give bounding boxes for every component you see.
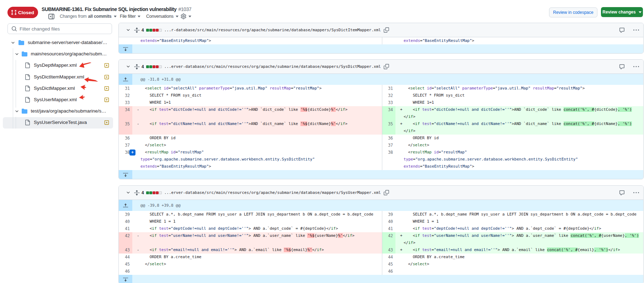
code-cell-new[interactable]: </select>	[395, 142, 643, 149]
tree-item-main-resources-org-apache-subm-[interactable]: main/resources/org/apache/subm…	[0, 48, 118, 60]
unfold-vertical-icon[interactable]	[134, 27, 140, 33]
diff-settings-button[interactable]	[181, 13, 191, 20]
changes-from-dropdown[interactable]: Changes from all commits	[60, 13, 117, 20]
line-number-old[interactable]: 40	[119, 218, 132, 225]
expand-up-button[interactable]	[119, 200, 132, 211]
line-number-new[interactable]: 34	[382, 106, 395, 113]
tree-item-sysdictitemmapper.xml[interactable]: SysDictItemMapper.xml	[0, 71, 118, 83]
copy-path-icon[interactable]	[384, 190, 389, 195]
line-number-old[interactable]: 36	[119, 135, 132, 142]
code-cell-new[interactable]: </if>	[395, 239, 643, 246]
code-cell-old[interactable]: - <if test="dictCode!=null and dictCode!…	[132, 106, 382, 113]
code-cell-old[interactable]: </select>	[132, 261, 382, 268]
code-cell-old[interactable]: <resultMap id="resultMap"	[132, 149, 382, 156]
code-cell-new[interactable]: + <if test="dictCode!=null and dictCode!…	[395, 106, 643, 113]
code-cell-old[interactable]: WHERE 1 = 1	[132, 218, 382, 225]
code-cell-old[interactable]	[132, 239, 382, 246]
line-number-old[interactable]: 43	[119, 246, 132, 254]
copy-path-icon[interactable]	[384, 64, 389, 69]
code-cell-old[interactable]: - <if test="email!=null and email!=''"> …	[132, 246, 382, 254]
code-cell-new[interactable]: </if>	[395, 127, 643, 135]
toggle-file-tree-button[interactable]	[48, 13, 54, 20]
line-number-new[interactable]: 37	[382, 142, 395, 149]
line-number-old[interactable]: 39	[119, 211, 132, 218]
unfold-vertical-icon[interactable]	[134, 64, 140, 70]
line-number-new[interactable]	[382, 37, 395, 44]
review-changes-button[interactable]: Review changes	[601, 7, 643, 17]
code-cell-old[interactable]: extends="BaseEntityResultMap">	[132, 37, 382, 44]
kebab-menu-icon[interactable]	[633, 190, 639, 196]
code-cell-new[interactable]: <select id="selectAll" parameterType="ja…	[395, 85, 643, 92]
line-number-new[interactable]: 44	[382, 254, 395, 261]
line-number-old[interactable]: 42	[119, 232, 132, 239]
code-cell-old[interactable]: type="org.apache.submarine.server.databa…	[132, 156, 382, 163]
line-number-new[interactable]: 43	[382, 246, 395, 254]
code-cell-old[interactable]: extends="BaseEntityResultMap">	[132, 163, 382, 170]
line-number-old[interactable]: 35	[119, 120, 132, 127]
line-number-new[interactable]: 35	[382, 120, 395, 127]
line-number-new[interactable]: 33	[382, 99, 395, 106]
comment-icon[interactable]	[619, 27, 625, 33]
line-number-new[interactable]: 45	[382, 261, 395, 268]
line-number-old[interactable]	[119, 113, 132, 120]
code-cell-old[interactable]	[132, 268, 382, 275]
line-number-new[interactable]: 32	[382, 92, 395, 99]
collapse-file-chevron-icon[interactable]	[126, 64, 131, 69]
line-number-old[interactable]	[119, 163, 132, 170]
filter-changed-files-input[interactable]: Filter changed files	[7, 23, 112, 34]
line-number-new[interactable]	[382, 156, 395, 163]
code-cell-new[interactable]: + <if test="dictName!=null and dictName!…	[395, 120, 643, 127]
code-cell-new[interactable]: WHERE 1=1	[395, 99, 643, 106]
code-cell-old[interactable]: WHERE 1=1	[132, 99, 382, 106]
tree-item-submarine-server-server-database-[interactable]: submarine-server/server-database/…	[0, 37, 118, 48]
line-number-new[interactable]: 40	[382, 218, 395, 225]
collapse-file-chevron-icon[interactable]	[126, 190, 131, 195]
add-comment-button[interactable]: +	[129, 149, 135, 156]
code-cell-new[interactable]: SELECT a.*, b.dept_name FROM sys_user a …	[395, 211, 643, 218]
line-number-old[interactable]: 38+	[119, 149, 132, 156]
line-number-new[interactable]: 46	[382, 268, 395, 275]
code-cell-new[interactable]: extends="BaseEntityResultMap">	[395, 163, 643, 170]
copy-path-icon[interactable]	[384, 27, 389, 33]
code-cell-new[interactable]: extends="BaseEntityResultMap">	[395, 37, 643, 44]
line-number-old[interactable]: 32	[119, 92, 132, 99]
unfold-vertical-icon[interactable]	[134, 190, 140, 196]
code-cell-new[interactable]: <resultMap id="resultMap"	[395, 149, 643, 156]
expand-down-button[interactable]	[119, 275, 132, 283]
line-number-old[interactable]: 34	[119, 106, 132, 113]
code-cell-new[interactable]: <if test="deptCode!=null and deptCode!='…	[395, 225, 643, 232]
tree-item-sysusermapper.xml[interactable]: SysUserMapper.xml	[0, 94, 118, 105]
line-number-new[interactable]: 31	[382, 85, 395, 92]
file-filter-dropdown[interactable]: File filter	[120, 13, 140, 20]
code-cell-old[interactable]: ORDER BY id	[132, 135, 382, 142]
code-cell-old[interactable]: <select id="selectAll" parameterType="ja…	[132, 85, 382, 92]
code-cell-old[interactable]: ORDER BY a.create_time	[132, 254, 382, 261]
line-number-new[interactable]	[382, 113, 395, 120]
code-cell-old[interactable]: SELECT a.*, b.dept_name FROM sys_user a …	[132, 211, 382, 218]
code-cell-old[interactable]: - <if test="dictName!=null and dictName!…	[132, 120, 382, 127]
line-number-old[interactable]: 37	[119, 142, 132, 149]
line-number-old[interactable]	[119, 127, 132, 135]
review-in-codespace-button[interactable]: Review in codespace	[549, 7, 597, 17]
kebab-menu-icon[interactable]	[633, 64, 639, 70]
line-number-new[interactable]: 38	[382, 149, 395, 156]
code-cell-old[interactable]	[132, 127, 382, 135]
code-cell-old[interactable]	[132, 113, 382, 120]
code-cell-old[interactable]: </select>	[132, 142, 382, 149]
code-cell-new[interactable]: ORDER BY id	[395, 135, 643, 142]
expand-down-button[interactable]	[119, 170, 132, 179]
line-number-old[interactable]: 31	[119, 85, 132, 92]
expand-down-button[interactable]	[119, 44, 132, 53]
line-number-new[interactable]: 42	[382, 232, 395, 239]
line-number-old[interactable]	[119, 239, 132, 246]
code-cell-new[interactable]: WHERE 1 = 1	[395, 218, 643, 225]
collapse-file-chevron-icon[interactable]	[126, 28, 131, 32]
code-cell-old[interactable]: SELECT * FROM sys_dict	[132, 92, 382, 99]
line-number-old[interactable]: 46	[119, 268, 132, 275]
line-number-new[interactable]	[382, 239, 395, 246]
code-cell-old[interactable]: <if test="deptCode!=null and deptCode!='…	[132, 225, 382, 232]
line-number-new[interactable]: 41	[382, 225, 395, 232]
tree-item-sysuserservicetest.java[interactable]: SysUserServiceTest.java	[0, 117, 118, 128]
line-number-old[interactable]: 44	[119, 254, 132, 261]
tree-item-sysdeptmapper.xml[interactable]: SysDeptMapper.xml	[0, 60, 118, 71]
